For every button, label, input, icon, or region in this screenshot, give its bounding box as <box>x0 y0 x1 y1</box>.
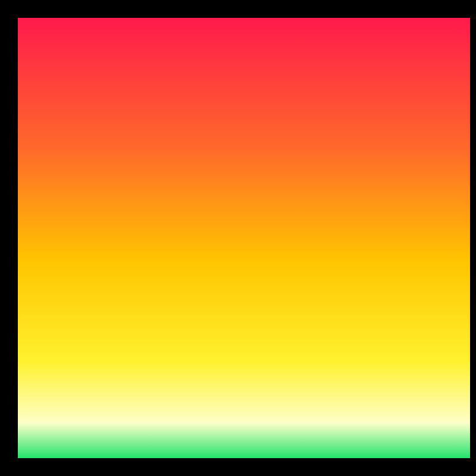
gradient-background <box>18 18 470 458</box>
chart-frame <box>0 0 476 476</box>
plot-area <box>18 18 470 458</box>
plot-svg <box>18 18 470 458</box>
